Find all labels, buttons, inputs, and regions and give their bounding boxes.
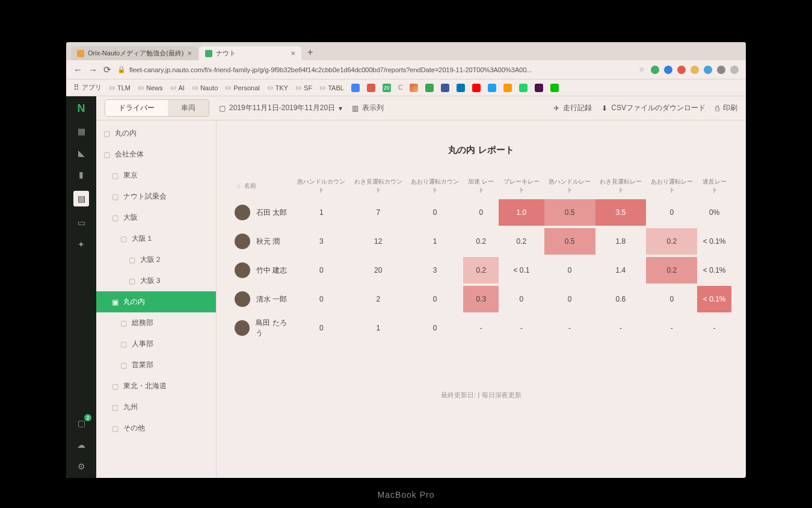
folder-item[interactable]: ▢総務部	[96, 312, 216, 333]
folder-item[interactable]: ▢九州	[96, 397, 216, 418]
folder-item[interactable]: ▢大阪１	[96, 228, 216, 249]
reload-button[interactable]: ⟳	[103, 64, 111, 75]
bookmark-icon[interactable]	[472, 84, 481, 92]
star-icon[interactable]: ☆	[639, 66, 645, 73]
column-header[interactable]: あおり運転カウント	[407, 174, 463, 198]
seg-driver-button[interactable]: ドライバー	[105, 100, 168, 116]
column-header[interactable]: わき見運転カウント	[350, 174, 407, 198]
settings-icon[interactable]: ⚙	[76, 461, 87, 472]
bookmark-folder[interactable]: ▭TLM	[109, 84, 131, 91]
folder-item[interactable]: ▢人事部	[96, 333, 216, 355]
column-header[interactable]: わき見運転レート	[595, 174, 647, 198]
data-cell: 1	[407, 227, 463, 256]
column-header[interactable]: ブレーキレート	[499, 174, 544, 198]
bookmark-icon[interactable]	[550, 84, 559, 92]
avatar-icon[interactable]	[730, 66, 739, 74]
date-range-picker[interactable]: ▢ 2019年11月1日-2019年11月20日 ▾	[219, 103, 342, 113]
data-cell: 0.2	[463, 256, 499, 285]
driver-cell[interactable]: 竹中 建志	[235, 262, 293, 278]
video-icon[interactable]: ▮	[76, 169, 87, 180]
bookmark-folder[interactable]: ▭SF	[295, 84, 312, 91]
bookmark-icon[interactable]: 20	[383, 84, 391, 92]
bookmark-label: SF	[304, 84, 312, 91]
reports-icon[interactable]: ▤	[73, 191, 89, 206]
folder-item[interactable]: ▢大阪	[96, 207, 216, 228]
map-icon[interactable]: ◣	[76, 147, 87, 158]
bookmark-folder[interactable]: ▭News	[138, 84, 163, 91]
extension-icon[interactable]	[651, 66, 659, 74]
csv-download-button[interactable]: ⬇ CSVファイルのダウンロード	[601, 103, 706, 113]
close-icon[interactable]: ×	[188, 49, 192, 58]
bookmark-icon[interactable]	[519, 84, 527, 92]
bookmark-icon[interactable]	[488, 84, 496, 92]
apps-button[interactable]: ⠿アプリ	[73, 83, 102, 92]
bookmark-icon[interactable]	[367, 84, 375, 92]
logo-icon[interactable]: N	[78, 102, 85, 115]
forward-button[interactable]: →	[88, 64, 97, 75]
bookmark-folder[interactable]: ▭AI	[170, 84, 185, 91]
column-header[interactable]: 急ハンドルレート	[544, 174, 595, 198]
driver-cell[interactable]: 島田 たろう	[235, 318, 293, 338]
data-cell: 0	[293, 256, 349, 285]
folder-item[interactable]: ▢大阪２	[96, 249, 216, 270]
seg-vehicle-button[interactable]: 車両	[168, 100, 209, 116]
bookmark-icon[interactable]	[441, 84, 449, 92]
dashboard-icon[interactable]: ▦	[76, 126, 87, 137]
folder-root[interactable]: ▢ 丸の内	[96, 123, 216, 144]
nav-rail: N ▦ ◣ ▮ ▤ ▭ ✦ ▢ ☁ ⚙	[66, 96, 96, 478]
driver-cell[interactable]: 清水 一郎	[235, 291, 293, 307]
extension-icon[interactable]	[691, 66, 699, 74]
driver-cell[interactable]: 秋元 潤	[235, 234, 293, 249]
favicon-icon	[205, 50, 212, 57]
column-header[interactable]: あおり運転レート	[646, 174, 697, 198]
column-header[interactable]: 違反レート	[697, 174, 731, 198]
bookmark-icon[interactable]	[351, 84, 360, 92]
folder-item[interactable]: ▢ナウト試乗会	[96, 186, 216, 207]
extension-icon[interactable]	[677, 66, 686, 74]
column-header[interactable]: 急ハンドルカウント	[293, 174, 349, 198]
folder-item[interactable]: ▢営業部	[96, 355, 216, 376]
extension-icon[interactable]	[704, 66, 712, 74]
folder-item[interactable]: ▣丸の内	[96, 291, 216, 312]
back-button[interactable]: ←	[73, 64, 82, 75]
data-cell: -	[697, 314, 731, 342]
trip-log-button[interactable]: ✈ 走行記録	[553, 103, 592, 113]
columns-button[interactable]: ▥ 表示列	[352, 103, 384, 113]
print-label: 印刷	[723, 103, 737, 113]
download-icon: ⬇	[601, 104, 607, 113]
driver-cell[interactable]: 石田 太郎	[235, 205, 293, 220]
bookmark-folder[interactable]: ▭TABL	[319, 84, 344, 91]
alerts-icon[interactable]: ✦	[76, 239, 87, 250]
bookmark-icon[interactable]	[503, 84, 512, 92]
bookmark-folder[interactable]: ▭Nauto	[192, 84, 218, 91]
bookmark-folder[interactable]: ▭Personal	[225, 84, 259, 91]
extension-icon[interactable]	[664, 66, 672, 74]
print-button[interactable]: ⎙ 印刷	[715, 103, 737, 113]
bookmark-icon[interactable]	[535, 84, 543, 92]
bookmark-icon[interactable]	[457, 84, 465, 92]
upload-icon[interactable]: ☁	[76, 439, 87, 450]
close-icon[interactable]: ×	[291, 49, 296, 58]
bookmark-icon[interactable]	[425, 84, 434, 92]
folder-icon: ▭	[138, 84, 144, 91]
folder-item[interactable]: ▢東京	[96, 165, 216, 186]
bookmark-folder[interactable]: ▭TKY	[267, 84, 288, 91]
bookmark-icon[interactable]	[410, 84, 418, 92]
column-header[interactable]: 加速 レート	[463, 174, 499, 198]
browser-tab[interactable]: Orix-Nautoメディア勉強会(最終) ×	[71, 46, 198, 60]
folder-item[interactable]: ▢大阪３	[96, 270, 216, 291]
extension-icon[interactable]	[717, 66, 725, 74]
folder-item[interactable]: ▢東北・北海道	[96, 376, 216, 397]
folder-icon: ▢	[103, 129, 110, 138]
url-input[interactable]: 🔒 fleet-canary.jp.nauto.com/f/x-friend-f…	[117, 66, 645, 73]
browser-tab-active[interactable]: ナウト ×	[199, 46, 301, 60]
chat-icon[interactable]: ▢	[76, 418, 87, 429]
column-header-name[interactable]: 名前	[244, 182, 256, 189]
bookmark-label[interactable]: C	[398, 84, 402, 91]
folder-item[interactable]: ▢会社全体	[96, 144, 216, 165]
folder-item[interactable]: ▢その他	[96, 418, 216, 439]
folder-label: 会社全体	[115, 149, 144, 160]
doc-icon[interactable]: ▭	[76, 217, 87, 228]
new-tab-button[interactable]: +	[303, 45, 318, 60]
search-icon[interactable]: ⌕	[237, 182, 241, 189]
